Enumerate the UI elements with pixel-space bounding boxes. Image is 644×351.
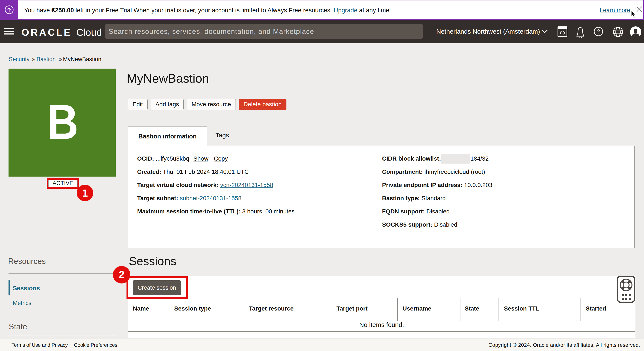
svg-text:?: ? (597, 28, 600, 35)
